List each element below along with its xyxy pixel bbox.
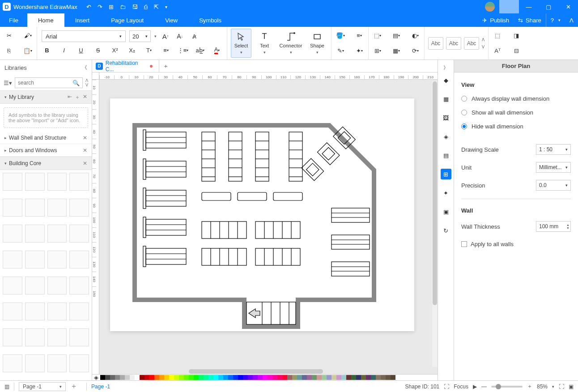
color-swatch[interactable] (169, 375, 174, 380)
bold-icon[interactable]: B (42, 45, 52, 55)
align-icon[interactable]: ▤▾ (391, 30, 402, 41)
color-swatch[interactable] (149, 375, 154, 380)
menu-home[interactable]: Home (27, 13, 64, 27)
line-style-icon[interactable]: ≡▾ (354, 30, 365, 41)
document-tab[interactable]: D Rehabilitation C... (92, 60, 159, 72)
shape-item[interactable] (69, 303, 89, 320)
theme-abc-2[interactable]: Abc (446, 37, 461, 50)
import-icon[interactable]: ⇤ (68, 94, 72, 101)
color-swatch[interactable] (391, 375, 395, 380)
undo-icon[interactable]: ↶ (86, 4, 91, 10)
font-increase-icon[interactable]: A↑ (160, 31, 171, 42)
theme-down-icon[interactable]: ᐯ (482, 45, 484, 49)
color-swatch[interactable] (287, 375, 292, 380)
shape-tool[interactable]: Shape▾ (307, 29, 327, 58)
color-swatch[interactable] (307, 375, 312, 380)
color-swatch[interactable] (140, 375, 144, 380)
section-doors[interactable]: ▸Doors and Windows✕ (0, 144, 92, 157)
format-painter-icon[interactable]: 🖌▾ (22, 30, 33, 41)
color-swatch[interactable] (376, 375, 381, 380)
color-swatch[interactable] (322, 375, 327, 380)
font-family-select[interactable]: Arial▾ (42, 30, 126, 42)
shape-item[interactable] (47, 303, 67, 320)
menu-page-layout[interactable]: Page Layout (100, 13, 154, 27)
color-swatch[interactable] (253, 375, 258, 380)
shape-item[interactable] (3, 328, 22, 346)
text-align-icon[interactable]: T▾ (144, 45, 154, 55)
color-swatch[interactable] (218, 375, 223, 380)
color-swatch[interactable] (336, 375, 341, 380)
line-color-icon[interactable]: ✎▾ (335, 45, 346, 56)
rotate-icon[interactable]: ⟳▾ (410, 45, 421, 56)
fill-tool-icon[interactable]: ◆ (441, 75, 451, 85)
qat-customize-icon[interactable]: ▾ (165, 4, 167, 9)
search-icon[interactable]: 🔍 (70, 80, 82, 86)
color-swatch[interactable] (135, 375, 140, 380)
horizontal-scrollbar[interactable] (99, 369, 432, 374)
shape-item[interactable] (47, 328, 67, 346)
fullscreen-icon[interactable]: ▣ (569, 383, 574, 390)
right-toolbar-expand-icon[interactable]: 》 (443, 64, 448, 71)
color-swatch[interactable] (386, 375, 391, 380)
collapse-library-icon[interactable]: 《 (82, 64, 87, 72)
close-doors-icon[interactable]: ✕ (83, 147, 87, 153)
highlight-icon[interactable]: ab̲▾ (195, 45, 205, 55)
color-swatch[interactable] (130, 375, 135, 380)
vertical-scrollbar[interactable] (432, 81, 438, 367)
open-icon[interactable]: 🗀 (120, 4, 126, 10)
shape-item[interactable] (25, 173, 45, 191)
shape-item[interactable] (3, 225, 22, 243)
more-2-icon[interactable]: ⊟ (511, 45, 522, 56)
shape-item[interactable] (25, 303, 45, 320)
shape-item[interactable] (3, 199, 22, 217)
minimize-button[interactable]: — (519, 0, 539, 13)
distribute-icon[interactable]: ▦▾ (391, 45, 402, 56)
apply-all-walls-checkbox[interactable]: Apply to all walls (461, 241, 571, 247)
color-swatch[interactable] (238, 375, 243, 380)
outline-view-icon[interactable]: ▥ (4, 383, 9, 390)
lib-up-icon[interactable]: ᐱ (85, 78, 88, 83)
shape-item[interactable] (25, 354, 45, 372)
radio-show-all[interactable]: Show all wall dimension (461, 106, 571, 119)
color-swatch[interactable] (213, 375, 218, 380)
color-swatch[interactable] (272, 375, 277, 380)
print-icon[interactable]: ⎙ (144, 4, 148, 10)
shape-item[interactable] (3, 354, 22, 372)
find-icon[interactable]: Aᵀ (492, 45, 503, 56)
select-tool[interactable]: Select▾ (231, 29, 251, 58)
menu-insert[interactable]: Insert (64, 13, 101, 27)
color-swatch[interactable] (184, 375, 189, 380)
color-swatch[interactable] (110, 375, 115, 380)
floor-plan-tool-icon[interactable]: ⊞ (441, 169, 451, 179)
user-avatar-icon[interactable] (485, 2, 495, 12)
color-swatch[interactable] (159, 375, 164, 380)
color-swatch[interactable] (233, 375, 238, 380)
redo-icon[interactable]: ↷ (98, 4, 102, 10)
shape-item[interactable] (25, 328, 45, 346)
color-swatch[interactable] (258, 375, 263, 380)
color-swatch[interactable] (248, 375, 253, 380)
focus-icon[interactable]: ⛶ (444, 383, 449, 390)
add-page-button[interactable]: ＋ (70, 382, 77, 391)
shape-item[interactable] (69, 277, 89, 294)
export-icon[interactable]: ⇱ (154, 4, 159, 10)
color-swatch[interactable] (199, 375, 204, 380)
close-section-icon[interactable]: ✕ (83, 94, 87, 101)
save-icon[interactable]: 🖫 (132, 4, 138, 10)
shape-item[interactable] (25, 199, 45, 217)
color-swatch[interactable] (356, 375, 361, 380)
color-swatch[interactable] (174, 375, 179, 380)
shape-item[interactable] (47, 354, 67, 372)
clear-format-icon[interactable]: A̷ (189, 31, 200, 42)
group-icon[interactable]: ⊞▾ (372, 45, 383, 56)
menu-file[interactable]: File (0, 13, 27, 27)
theme-up-icon[interactable]: ᐱ (482, 38, 484, 42)
close-core-icon[interactable]: ✕ (83, 160, 87, 166)
add-icon[interactable]: ＋ (75, 94, 80, 101)
shape-item[interactable] (69, 251, 89, 268)
superscript-icon[interactable]: X² (110, 45, 120, 55)
shape-item[interactable] (47, 277, 67, 294)
image-tool-icon[interactable]: 🖼 (441, 112, 451, 123)
font-color-icon[interactable]: A▾ (212, 45, 222, 55)
menu-symbols[interactable]: Symbols (188, 13, 232, 27)
